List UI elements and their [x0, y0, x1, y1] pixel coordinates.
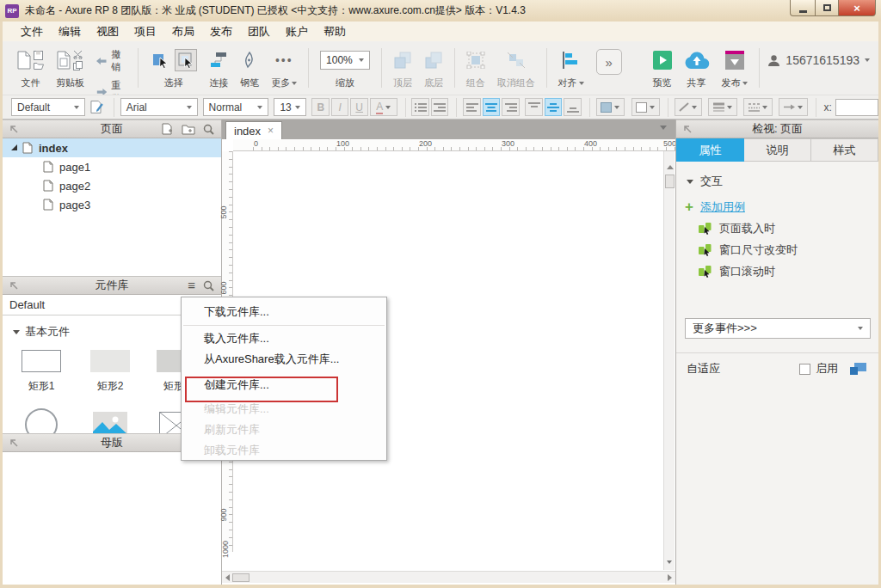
undo-button[interactable]: 撤销 [96, 48, 126, 74]
page-tree-item-page2[interactable]: page2 [3, 176, 221, 195]
scroll-up-icon[interactable] [667, 165, 674, 169]
edit-style-icon[interactable] [90, 100, 104, 114]
canvas-horizontal-scrollbar[interactable] [222, 571, 675, 583]
collapse-panel-icon[interactable] [683, 125, 693, 134]
menu-team[interactable]: 团队 [240, 22, 278, 41]
canvas-vertical-scrollbar[interactable] [663, 151, 675, 570]
horizontal-scroll-thumb[interactable] [232, 573, 250, 582]
collapse-panel-icon[interactable] [9, 438, 19, 448]
publish-tool[interactable]: 发布 [722, 46, 748, 89]
scroll-down-icon[interactable] [667, 554, 672, 567]
menu-item-load-from-axureshare[interactable]: 从AxureShare载入元件库... [182, 349, 386, 370]
opacity-button[interactable] [631, 98, 660, 116]
menu-edit[interactable]: 编辑 [51, 22, 89, 41]
widget-rectangle1[interactable]: 矩形1 [15, 350, 67, 394]
search-icon[interactable] [203, 280, 214, 291]
underline-button[interactable]: U [350, 98, 367, 116]
align-middle-button[interactable] [545, 98, 562, 116]
menu-project[interactable]: 项目 [126, 22, 164, 41]
font-size-select[interactable]: 13 [274, 98, 306, 116]
align-right-button[interactable] [502, 98, 519, 116]
bullet-list-button[interactable] [411, 98, 428, 116]
preview-tool[interactable]: 预览 [653, 46, 672, 89]
fill-color-button[interactable] [596, 98, 625, 116]
group-tool[interactable]: 组合 [466, 46, 485, 89]
connect-tool[interactable]: 连接 [209, 46, 228, 89]
send-back-tool[interactable]: 底层 [424, 46, 443, 89]
collapse-panel-icon[interactable] [9, 281, 19, 291]
align-left-button[interactable] [463, 98, 480, 116]
scroll-right-icon[interactable] [668, 574, 672, 581]
menu-account[interactable]: 账户 [278, 22, 316, 41]
align-tool[interactable]: 对齐 [558, 46, 584, 89]
pen-tool[interactable]: 钢笔 [240, 46, 259, 89]
menu-view[interactable]: 视图 [89, 22, 126, 41]
line-width-button[interactable] [708, 98, 736, 116]
tab-index[interactable]: index × [225, 121, 282, 139]
line-style-button[interactable] [743, 98, 772, 116]
copy-icon [73, 61, 83, 70]
tree-expander-icon[interactable] [11, 144, 17, 150]
add-case-link[interactable]: + 添加用例 [676, 189, 878, 215]
ungroup-tool[interactable]: 取消组合 [497, 46, 535, 89]
align-top-button[interactable] [525, 98, 542, 116]
italic-button[interactable]: I [331, 98, 348, 116]
menu-arrange[interactable]: 布局 [164, 22, 202, 41]
adaptive-enable-checkbox[interactable]: 启用 [799, 361, 838, 377]
event-onpageload[interactable]: 页面载入时 [676, 215, 878, 236]
more-events-select[interactable]: 更多事件>>> [685, 318, 871, 339]
font-color-button[interactable]: A [370, 98, 397, 116]
more-tools[interactable]: ••• 更多 [271, 46, 297, 89]
share-tool[interactable]: 共享 [684, 46, 710, 89]
page-tree-item-index[interactable]: index [3, 138, 221, 157]
page-icon [43, 161, 53, 173]
arrow-style-button[interactable] [779, 98, 807, 116]
event-onwindowscroll[interactable]: 窗口滚动时 [676, 258, 878, 279]
search-icon[interactable] [203, 124, 214, 135]
line-color-button[interactable] [675, 98, 702, 116]
expand-toolbar-button[interactable]: » [596, 49, 622, 75]
add-page-icon[interactable] [162, 123, 174, 135]
bring-front-tool[interactable]: 顶层 [393, 46, 412, 89]
font-weight-select[interactable]: Normal [203, 98, 269, 116]
file-tools[interactable]: 文件 [17, 46, 44, 89]
menu-file[interactable]: 文件 [13, 22, 51, 41]
page-tree-item-page1[interactable]: page1 [3, 157, 221, 176]
maximize-button[interactable] [816, 0, 839, 16]
style-preset-select[interactable]: Default [11, 98, 85, 116]
tab-properties[interactable]: 属性 [676, 138, 744, 162]
event-onwindowresize[interactable]: 窗口尺寸改变时 [676, 236, 878, 258]
select-contain-icon [177, 52, 194, 69]
account-menu[interactable]: 15671615193 [767, 53, 870, 67]
scroll-left-icon[interactable] [225, 574, 230, 581]
tab-close-icon[interactable]: × [268, 125, 274, 137]
collapse-panel-icon[interactable] [9, 125, 19, 134]
bold-button[interactable]: B [311, 98, 329, 116]
font-family-select[interactable]: Arial [120, 98, 198, 116]
widget-rectangle2[interactable]: 矩形2 [84, 350, 136, 394]
minimize-button[interactable] [790, 0, 816, 16]
tab-list-dropdown-icon[interactable] [660, 126, 667, 130]
interaction-section[interactable]: 交互 [676, 162, 878, 189]
vertical-scroll-thumb[interactable] [665, 175, 675, 188]
menu-item-load-library[interactable]: 载入元件库... [182, 328, 386, 349]
x-coordinate-input[interactable] [835, 99, 878, 116]
add-folder-icon[interactable] [182, 124, 195, 135]
adaptive-views-icon[interactable] [850, 363, 866, 375]
menu-help[interactable]: 帮助 [316, 22, 354, 41]
clipboard-tools[interactable]: 剪贴板 [56, 46, 84, 89]
tab-style[interactable]: 样式 [811, 138, 878, 162]
align-center-button[interactable] [483, 98, 500, 116]
zoom-select[interactable]: 100% [320, 51, 370, 70]
menu-item-download-library[interactable]: 下载元件库... [182, 302, 386, 322]
align-bottom-button[interactable] [564, 98, 581, 116]
masters-list[interactable] [3, 452, 221, 585]
widgets-menu-icon[interactable]: ≡ [188, 281, 195, 290]
select-intersect-button[interactable] [150, 49, 172, 71]
page-tree-item-page3[interactable]: page3 [3, 195, 221, 214]
menu-publish[interactable]: 发布 [202, 22, 240, 41]
tab-notes[interactable]: 说明 [744, 138, 811, 162]
select-contain-button[interactable] [175, 49, 197, 71]
close-button[interactable]: × [839, 0, 876, 16]
indent-button[interactable] [431, 98, 448, 116]
